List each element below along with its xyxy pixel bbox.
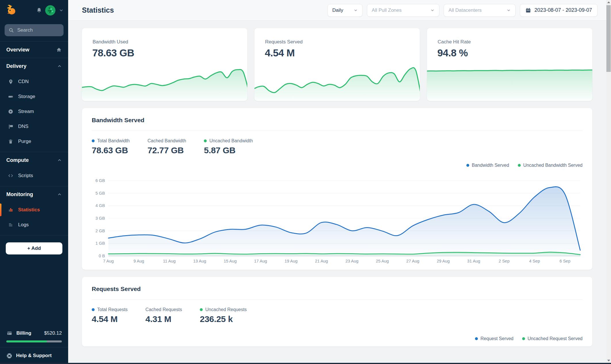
- stat-value: 4.31 M: [145, 314, 182, 324]
- section-label: Delivery: [6, 63, 26, 69]
- content-scroll-area: Bandwidth Used 78.63 GB Requests Served …: [68, 21, 606, 364]
- stat-uncached-requests: Uncached Requests 236.25 k: [200, 307, 247, 324]
- legend-item-uncached-request-served[interactable]: Uncached Request Served: [522, 336, 583, 341]
- stat-cached-requests: Cached Requests 4.31 M: [145, 307, 182, 324]
- stat-total-requests: Total Requests 4.54 M: [92, 307, 128, 324]
- scrollbar-thumb[interactable]: [606, 5, 611, 72]
- card-label: Requests Served: [254, 28, 420, 45]
- sidebar-item-dns[interactable]: DNS: [0, 119, 68, 134]
- user-avatar[interactable]: [45, 5, 55, 16]
- panel-title: Requests Served: [92, 286, 583, 292]
- requests-stats-row: Total Requests 4.54 M Cached Requests 4.…: [92, 307, 583, 324]
- divider: [0, 235, 68, 235]
- datacenters-select[interactable]: All Datacenters: [444, 4, 516, 17]
- stat-dot: [204, 139, 207, 142]
- billing-row[interactable]: Billing $520.12: [0, 325, 68, 338]
- legend-item-request-served[interactable]: Request Served: [475, 336, 514, 341]
- pull-zones-select-value: All Pull Zones: [372, 7, 402, 13]
- svg-text:11 Aug: 11 Aug: [163, 259, 176, 263]
- svg-text:19 Aug: 19 Aug: [285, 259, 298, 263]
- sidebar-item-statistics[interactable]: Statistics: [0, 202, 68, 217]
- datacenters-select-value: All Datacenters: [449, 7, 482, 13]
- cache-hit-sparkline-chart: [427, 58, 592, 101]
- topbar: Statistics Daily All Pull Zones All Data…: [68, 0, 606, 21]
- bandwidth-used-sparkline-chart: [82, 58, 247, 101]
- list-lines-icon: [7, 223, 14, 227]
- stat-dot: [92, 139, 95, 142]
- svg-text:4 Sep: 4 Sep: [529, 259, 540, 263]
- legend-item-uncached-bandwidth-served[interactable]: Uncached Bandwidth Served: [518, 163, 583, 168]
- stat-total-bandwidth: Total Bandwidth 78.63 GB: [92, 138, 130, 155]
- storage-drive-icon: [7, 94, 14, 99]
- stat-label: Cached Requests: [145, 307, 182, 312]
- sidebar-item-label: Stream: [18, 109, 34, 114]
- sidebar-item-scripts[interactable]: Scripts: [0, 168, 68, 183]
- scrollbar-rail[interactable]: [606, 0, 611, 364]
- stat-label: Total Requests: [97, 307, 128, 312]
- sidebar-item-overview[interactable]: Overview: [0, 42, 68, 58]
- stat-value: 4.54 M: [92, 314, 128, 324]
- main-area: Statistics Daily All Pull Zones All Data…: [68, 0, 606, 364]
- notification-bell-icon[interactable]: [36, 7, 42, 14]
- pull-zones-select[interactable]: All Pull Zones: [367, 4, 439, 17]
- stat-label: Cached Bandwidth: [148, 138, 186, 143]
- svg-text:4 GB: 4 GB: [95, 203, 105, 208]
- sidebar-item-label: Scripts: [18, 173, 33, 179]
- card-value: 78.63 GB: [82, 45, 247, 59]
- stat-cached-bandwidth: Cached Bandwidth 72.77 GB: [148, 138, 186, 155]
- svg-text:13 Aug: 13 Aug: [193, 259, 206, 263]
- svg-text:2 Sep: 2 Sep: [499, 259, 510, 263]
- help-support-row[interactable]: Help & Support: [0, 347, 68, 364]
- svg-text:23 Aug: 23 Aug: [345, 259, 358, 263]
- scroll-down-arrow[interactable]: [606, 358, 611, 363]
- divider: [92, 131, 583, 131]
- svg-text:3 GB: 3 GB: [95, 216, 105, 221]
- sidebar-item-label: Purge: [18, 139, 31, 144]
- sidebar-section-compute[interactable]: Compute: [0, 152, 68, 168]
- account-chevron-down-icon[interactable]: [59, 8, 64, 13]
- bunny-logo[interactable]: [5, 5, 17, 16]
- home-icon: [56, 47, 62, 53]
- sidebar-top-row: [0, 0, 68, 21]
- legend-item-bandwidth-served[interactable]: Bandwidth Served: [466, 163, 509, 168]
- credit-card-icon: [6, 331, 13, 336]
- chevron-down-icon: [354, 8, 358, 12]
- stat-dot: [200, 308, 203, 311]
- bandwidth-used-card: Bandwidth Used 78.63 GB: [82, 28, 247, 101]
- date-range-picker[interactable]: 2023-08-07 - 2023-09-07: [520, 4, 597, 17]
- sidebar-item-stream[interactable]: Stream: [0, 104, 68, 119]
- svg-text:5 GB: 5 GB: [95, 191, 105, 196]
- requests-served-card: Requests Served 4.54 M: [254, 28, 420, 101]
- date-range-value: 2023-08-07 - 2023-09-07: [535, 7, 592, 13]
- flag-icon: [7, 124, 14, 129]
- sidebar-item-logs[interactable]: Logs: [0, 217, 68, 232]
- card-label: Cache Hit Rate: [427, 28, 592, 45]
- billing-progress-fill: [6, 340, 47, 342]
- sidebar-section-delivery[interactable]: Delivery: [0, 58, 68, 74]
- chevron-up-icon: [57, 158, 62, 162]
- legend-dot: [518, 164, 521, 167]
- bandwidth-served-panel: Bandwidth Served Total Bandwidth 78.63 G…: [82, 108, 592, 270]
- trash-icon: [7, 139, 14, 144]
- stat-value: 72.77 GB: [148, 145, 186, 155]
- svg-text:0 B: 0 B: [99, 254, 105, 258]
- sidebar-item-purge[interactable]: Purge: [0, 134, 68, 149]
- sidebar-section-monitoring[interactable]: Monitoring: [0, 186, 68, 202]
- billing-label: Billing: [16, 330, 31, 336]
- svg-text:9 Aug: 9 Aug: [133, 259, 144, 263]
- sidebar-item-cdn[interactable]: CDN: [0, 74, 68, 89]
- svg-text:31 Aug: 31 Aug: [467, 259, 480, 263]
- legend-label: Request Served: [480, 336, 514, 341]
- sidebar-item-label: CDN: [18, 79, 29, 85]
- search-icon: [9, 28, 14, 33]
- sidebar-item-label: Storage: [18, 94, 35, 99]
- add-button[interactable]: + Add: [6, 242, 62, 254]
- requests-served-sparkline-chart: [254, 58, 420, 101]
- chevron-up-icon: [57, 64, 62, 68]
- cache-hit-rate-card: Cache Hit Rate 94.8 %: [427, 28, 592, 101]
- sidebar-item-storage[interactable]: Storage: [0, 89, 68, 104]
- legend-label: Uncached Bandwidth Served: [523, 163, 583, 168]
- panel-title: Bandwidth Served: [92, 117, 583, 124]
- period-select[interactable]: Daily: [327, 4, 363, 17]
- scroll-up-arrow[interactable]: [606, 0, 611, 5]
